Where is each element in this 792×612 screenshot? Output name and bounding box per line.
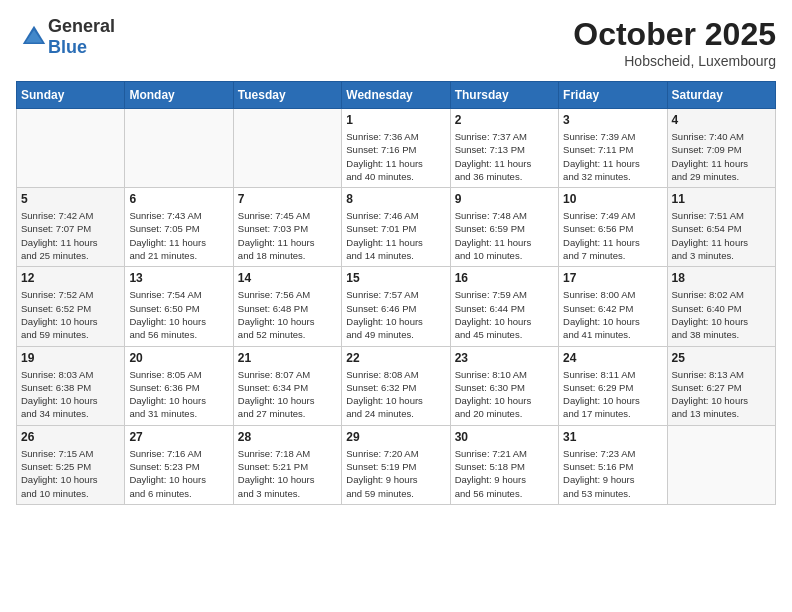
day-info: Sunrise: 8:07 AM Sunset: 6:34 PM Dayligh… <box>238 368 337 421</box>
calendar-cell: 15Sunrise: 7:57 AM Sunset: 6:46 PM Dayli… <box>342 267 450 346</box>
day-info: Sunrise: 7:45 AM Sunset: 7:03 PM Dayligh… <box>238 209 337 262</box>
weekday-header-wednesday: Wednesday <box>342 82 450 109</box>
calendar-cell: 28Sunrise: 7:18 AM Sunset: 5:21 PM Dayli… <box>233 425 341 504</box>
day-number: 21 <box>238 351 337 365</box>
calendar-cell: 29Sunrise: 7:20 AM Sunset: 5:19 PM Dayli… <box>342 425 450 504</box>
day-info: Sunrise: 8:02 AM Sunset: 6:40 PM Dayligh… <box>672 288 771 341</box>
day-number: 13 <box>129 271 228 285</box>
day-number: 20 <box>129 351 228 365</box>
day-info: Sunrise: 7:43 AM Sunset: 7:05 PM Dayligh… <box>129 209 228 262</box>
calendar-cell: 13Sunrise: 7:54 AM Sunset: 6:50 PM Dayli… <box>125 267 233 346</box>
calendar-cell: 3Sunrise: 7:39 AM Sunset: 7:11 PM Daylig… <box>559 109 667 188</box>
day-info: Sunrise: 7:59 AM Sunset: 6:44 PM Dayligh… <box>455 288 554 341</box>
calendar-cell: 6Sunrise: 7:43 AM Sunset: 7:05 PM Daylig… <box>125 188 233 267</box>
calendar-cell: 20Sunrise: 8:05 AM Sunset: 6:36 PM Dayli… <box>125 346 233 425</box>
day-info: Sunrise: 7:36 AM Sunset: 7:16 PM Dayligh… <box>346 130 445 183</box>
day-info: Sunrise: 7:39 AM Sunset: 7:11 PM Dayligh… <box>563 130 662 183</box>
calendar-cell: 8Sunrise: 7:46 AM Sunset: 7:01 PM Daylig… <box>342 188 450 267</box>
day-number: 7 <box>238 192 337 206</box>
calendar-cell: 2Sunrise: 7:37 AM Sunset: 7:13 PM Daylig… <box>450 109 558 188</box>
calendar-cell: 16Sunrise: 7:59 AM Sunset: 6:44 PM Dayli… <box>450 267 558 346</box>
calendar-cell: 23Sunrise: 8:10 AM Sunset: 6:30 PM Dayli… <box>450 346 558 425</box>
day-number: 29 <box>346 430 445 444</box>
day-info: Sunrise: 7:51 AM Sunset: 6:54 PM Dayligh… <box>672 209 771 262</box>
day-number: 6 <box>129 192 228 206</box>
day-info: Sunrise: 7:48 AM Sunset: 6:59 PM Dayligh… <box>455 209 554 262</box>
calendar-cell: 4Sunrise: 7:40 AM Sunset: 7:09 PM Daylig… <box>667 109 775 188</box>
day-info: Sunrise: 7:52 AM Sunset: 6:52 PM Dayligh… <box>21 288 120 341</box>
logo-text-blue: Blue <box>48 37 87 57</box>
calendar-cell: 12Sunrise: 7:52 AM Sunset: 6:52 PM Dayli… <box>17 267 125 346</box>
day-info: Sunrise: 7:46 AM Sunset: 7:01 PM Dayligh… <box>346 209 445 262</box>
calendar-cell: 9Sunrise: 7:48 AM Sunset: 6:59 PM Daylig… <box>450 188 558 267</box>
logo-icon <box>20 23 48 51</box>
day-info: Sunrise: 7:18 AM Sunset: 5:21 PM Dayligh… <box>238 447 337 500</box>
day-number: 18 <box>672 271 771 285</box>
day-info: Sunrise: 7:21 AM Sunset: 5:18 PM Dayligh… <box>455 447 554 500</box>
weekday-header-row: SundayMondayTuesdayWednesdayThursdayFrid… <box>17 82 776 109</box>
day-number: 19 <box>21 351 120 365</box>
calendar-week-row: 19Sunrise: 8:03 AM Sunset: 6:38 PM Dayli… <box>17 346 776 425</box>
day-info: Sunrise: 8:05 AM Sunset: 6:36 PM Dayligh… <box>129 368 228 421</box>
weekday-header-sunday: Sunday <box>17 82 125 109</box>
day-info: Sunrise: 7:16 AM Sunset: 5:23 PM Dayligh… <box>129 447 228 500</box>
logo-text-general: General <box>48 16 115 36</box>
location: Hobscheid, Luxembourg <box>573 53 776 69</box>
day-info: Sunrise: 7:42 AM Sunset: 7:07 PM Dayligh… <box>21 209 120 262</box>
day-number: 22 <box>346 351 445 365</box>
calendar-week-row: 12Sunrise: 7:52 AM Sunset: 6:52 PM Dayli… <box>17 267 776 346</box>
calendar-cell: 31Sunrise: 7:23 AM Sunset: 5:16 PM Dayli… <box>559 425 667 504</box>
calendar-cell: 5Sunrise: 7:42 AM Sunset: 7:07 PM Daylig… <box>17 188 125 267</box>
day-info: Sunrise: 8:08 AM Sunset: 6:32 PM Dayligh… <box>346 368 445 421</box>
day-info: Sunrise: 7:23 AM Sunset: 5:16 PM Dayligh… <box>563 447 662 500</box>
calendar-cell: 17Sunrise: 8:00 AM Sunset: 6:42 PM Dayli… <box>559 267 667 346</box>
month-title: October 2025 <box>573 16 776 53</box>
day-info: Sunrise: 7:15 AM Sunset: 5:25 PM Dayligh… <box>21 447 120 500</box>
day-number: 27 <box>129 430 228 444</box>
day-info: Sunrise: 8:13 AM Sunset: 6:27 PM Dayligh… <box>672 368 771 421</box>
day-number: 1 <box>346 113 445 127</box>
day-number: 12 <box>21 271 120 285</box>
calendar-cell <box>667 425 775 504</box>
calendar-cell: 30Sunrise: 7:21 AM Sunset: 5:18 PM Dayli… <box>450 425 558 504</box>
calendar-cell: 7Sunrise: 7:45 AM Sunset: 7:03 PM Daylig… <box>233 188 341 267</box>
day-info: Sunrise: 7:40 AM Sunset: 7:09 PM Dayligh… <box>672 130 771 183</box>
day-number: 11 <box>672 192 771 206</box>
day-number: 30 <box>455 430 554 444</box>
calendar-cell: 18Sunrise: 8:02 AM Sunset: 6:40 PM Dayli… <box>667 267 775 346</box>
calendar-cell: 14Sunrise: 7:56 AM Sunset: 6:48 PM Dayli… <box>233 267 341 346</box>
calendar-cell <box>125 109 233 188</box>
day-number: 10 <box>563 192 662 206</box>
weekday-header-saturday: Saturday <box>667 82 775 109</box>
day-number: 3 <box>563 113 662 127</box>
day-info: Sunrise: 7:37 AM Sunset: 7:13 PM Dayligh… <box>455 130 554 183</box>
calendar-cell: 27Sunrise: 7:16 AM Sunset: 5:23 PM Dayli… <box>125 425 233 504</box>
day-info: Sunrise: 8:03 AM Sunset: 6:38 PM Dayligh… <box>21 368 120 421</box>
day-number: 16 <box>455 271 554 285</box>
calendar-cell: 25Sunrise: 8:13 AM Sunset: 6:27 PM Dayli… <box>667 346 775 425</box>
calendar-cell: 26Sunrise: 7:15 AM Sunset: 5:25 PM Dayli… <box>17 425 125 504</box>
day-info: Sunrise: 8:10 AM Sunset: 6:30 PM Dayligh… <box>455 368 554 421</box>
title-block: October 2025 Hobscheid, Luxembourg <box>573 16 776 69</box>
logo: General Blue <box>16 16 115 58</box>
day-number: 8 <box>346 192 445 206</box>
calendar-cell: 19Sunrise: 8:03 AM Sunset: 6:38 PM Dayli… <box>17 346 125 425</box>
day-number: 25 <box>672 351 771 365</box>
day-info: Sunrise: 8:00 AM Sunset: 6:42 PM Dayligh… <box>563 288 662 341</box>
weekday-header-tuesday: Tuesday <box>233 82 341 109</box>
calendar-cell: 22Sunrise: 8:08 AM Sunset: 6:32 PM Dayli… <box>342 346 450 425</box>
day-number: 2 <box>455 113 554 127</box>
calendar-cell: 21Sunrise: 8:07 AM Sunset: 6:34 PM Dayli… <box>233 346 341 425</box>
calendar-cell: 10Sunrise: 7:49 AM Sunset: 6:56 PM Dayli… <box>559 188 667 267</box>
day-number: 5 <box>21 192 120 206</box>
calendar-week-row: 5Sunrise: 7:42 AM Sunset: 7:07 PM Daylig… <box>17 188 776 267</box>
day-number: 23 <box>455 351 554 365</box>
day-number: 4 <box>672 113 771 127</box>
calendar-cell: 24Sunrise: 8:11 AM Sunset: 6:29 PM Dayli… <box>559 346 667 425</box>
day-number: 17 <box>563 271 662 285</box>
calendar-week-row: 26Sunrise: 7:15 AM Sunset: 5:25 PM Dayli… <box>17 425 776 504</box>
day-info: Sunrise: 7:57 AM Sunset: 6:46 PM Dayligh… <box>346 288 445 341</box>
day-number: 28 <box>238 430 337 444</box>
day-number: 14 <box>238 271 337 285</box>
page-header: General Blue October 2025 Hobscheid, Lux… <box>16 16 776 69</box>
